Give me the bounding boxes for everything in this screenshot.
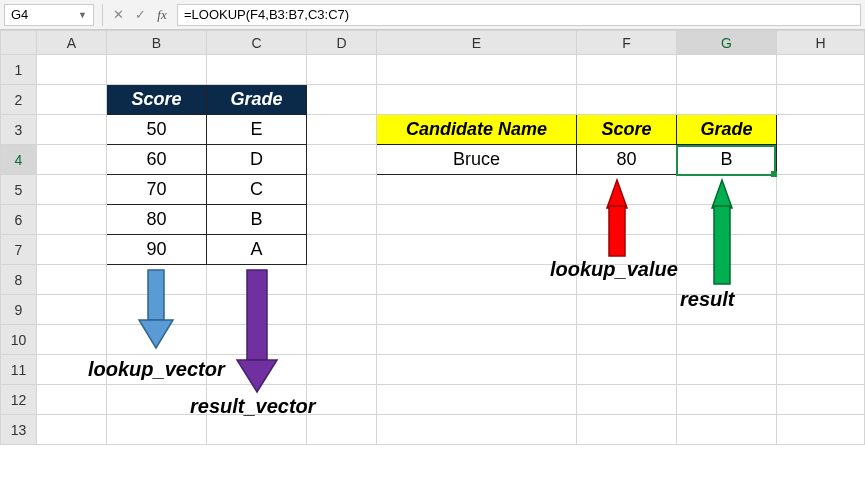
- col-header-g[interactable]: G: [677, 31, 777, 55]
- name-box[interactable]: G4 ▼: [4, 4, 94, 26]
- cell[interactable]: [677, 175, 777, 205]
- cell[interactable]: [777, 205, 865, 235]
- cell[interactable]: [37, 235, 107, 265]
- cell[interactable]: [307, 325, 377, 355]
- cell-candidate-name[interactable]: Bruce: [377, 145, 577, 175]
- cell[interactable]: [677, 265, 777, 295]
- cell[interactable]: [777, 385, 865, 415]
- header-candidate-score[interactable]: Score: [577, 115, 677, 145]
- cell[interactable]: [37, 205, 107, 235]
- cell[interactable]: [107, 325, 207, 355]
- cell[interactable]: [377, 205, 577, 235]
- cell[interactable]: [677, 235, 777, 265]
- cell[interactable]: [207, 55, 307, 85]
- cell-score[interactable]: 70: [107, 175, 207, 205]
- cell[interactable]: [777, 295, 865, 325]
- cell[interactable]: [207, 325, 307, 355]
- cell[interactable]: [577, 55, 677, 85]
- cell-grade[interactable]: E: [207, 115, 307, 145]
- cell[interactable]: [37, 385, 107, 415]
- cell[interactable]: [37, 175, 107, 205]
- cell[interactable]: [307, 85, 377, 115]
- cell[interactable]: [777, 355, 865, 385]
- cell[interactable]: [107, 265, 207, 295]
- col-header-e[interactable]: E: [377, 31, 577, 55]
- row-header-10[interactable]: 10: [1, 325, 37, 355]
- cell[interactable]: [777, 55, 865, 85]
- cell[interactable]: [107, 415, 207, 445]
- cell[interactable]: [777, 415, 865, 445]
- cell[interactable]: [37, 295, 107, 325]
- cell[interactable]: [677, 355, 777, 385]
- cell[interactable]: [207, 265, 307, 295]
- cell-grade[interactable]: C: [207, 175, 307, 205]
- cell[interactable]: [377, 295, 577, 325]
- cell[interactable]: [307, 55, 377, 85]
- cell[interactable]: [107, 55, 207, 85]
- cell[interactable]: [377, 85, 577, 115]
- cell[interactable]: [107, 355, 207, 385]
- cell[interactable]: [677, 295, 777, 325]
- cell[interactable]: [577, 415, 677, 445]
- cell-grade[interactable]: D: [207, 145, 307, 175]
- cell[interactable]: [377, 415, 577, 445]
- cell[interactable]: [307, 205, 377, 235]
- cell[interactable]: [377, 55, 577, 85]
- cell[interactable]: [307, 145, 377, 175]
- row-header-4[interactable]: 4: [1, 145, 37, 175]
- formula-input[interactable]: =LOOKUP(F4,B3:B7,C3:C7): [177, 4, 861, 26]
- cell[interactable]: [307, 385, 377, 415]
- row-header-2[interactable]: 2: [1, 85, 37, 115]
- confirm-formula-icon[interactable]: ✓: [129, 7, 151, 22]
- col-header-c[interactable]: C: [207, 31, 307, 55]
- cell[interactable]: [307, 295, 377, 325]
- header-score[interactable]: Score: [107, 85, 207, 115]
- cell[interactable]: [677, 205, 777, 235]
- cell[interactable]: [307, 175, 377, 205]
- cell[interactable]: [777, 325, 865, 355]
- name-box-dropdown-icon[interactable]: ▼: [78, 10, 87, 20]
- cell[interactable]: [577, 175, 677, 205]
- cell[interactable]: [37, 355, 107, 385]
- cell[interactable]: [377, 235, 577, 265]
- cell[interactable]: [677, 325, 777, 355]
- row-header-8[interactable]: 8: [1, 265, 37, 295]
- col-header-f[interactable]: F: [577, 31, 677, 55]
- cell-score[interactable]: 50: [107, 115, 207, 145]
- cell[interactable]: [377, 325, 577, 355]
- cell-candidate-grade[interactable]: B: [677, 145, 777, 175]
- cell[interactable]: [107, 385, 207, 415]
- header-candidate-grade[interactable]: Grade: [677, 115, 777, 145]
- cell[interactable]: [37, 325, 107, 355]
- cell[interactable]: [207, 295, 307, 325]
- cell[interactable]: [677, 55, 777, 85]
- cell[interactable]: [307, 265, 377, 295]
- cell[interactable]: [677, 385, 777, 415]
- cell-candidate-score[interactable]: 80: [577, 145, 677, 175]
- cell[interactable]: [207, 385, 307, 415]
- cell[interactable]: [307, 115, 377, 145]
- cell[interactable]: [37, 145, 107, 175]
- row-header-7[interactable]: 7: [1, 235, 37, 265]
- cell[interactable]: [577, 85, 677, 115]
- row-header-12[interactable]: 12: [1, 385, 37, 415]
- row-header-3[interactable]: 3: [1, 115, 37, 145]
- cell-score[interactable]: 80: [107, 205, 207, 235]
- cell[interactable]: [777, 175, 865, 205]
- cell[interactable]: [307, 415, 377, 445]
- cell[interactable]: [777, 265, 865, 295]
- cell[interactable]: [777, 85, 865, 115]
- cell[interactable]: [577, 325, 677, 355]
- spreadsheet-grid[interactable]: A B C D E F G H 1 2 Score Grade 3 50 E: [0, 30, 865, 445]
- col-header-a[interactable]: A: [37, 31, 107, 55]
- cell[interactable]: [107, 295, 207, 325]
- row-header-13[interactable]: 13: [1, 415, 37, 445]
- col-header-d[interactable]: D: [307, 31, 377, 55]
- cell[interactable]: [777, 115, 865, 145]
- cell[interactable]: [377, 355, 577, 385]
- row-header-5[interactable]: 5: [1, 175, 37, 205]
- cell[interactable]: [577, 385, 677, 415]
- cell[interactable]: [777, 235, 865, 265]
- cell-grade[interactable]: A: [207, 235, 307, 265]
- cell[interactable]: [37, 415, 107, 445]
